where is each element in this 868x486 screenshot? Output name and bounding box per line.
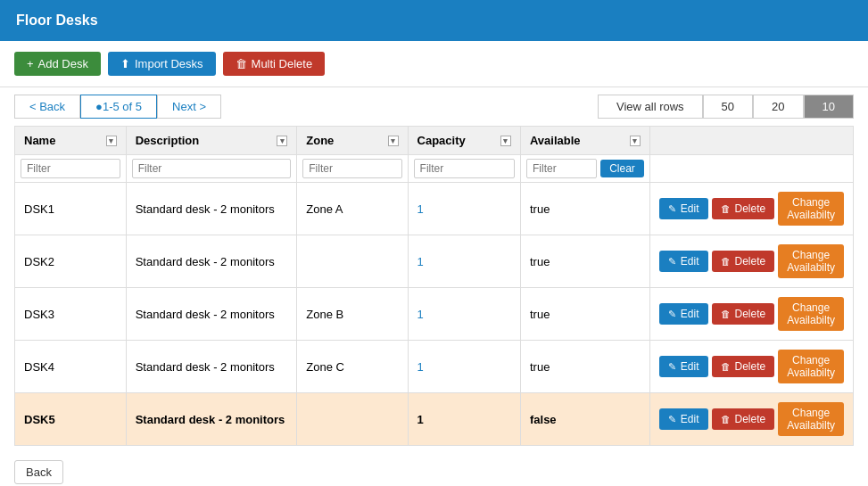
cell-description: Standard desk - 2 monitors: [126, 288, 297, 341]
filter-actions-cell: [649, 155, 853, 183]
filter-capacity-input[interactable]: [414, 159, 515, 178]
toolbar: + Add Desk ⬆ Import Desks 🗑 Multi Delete: [0, 41, 868, 87]
edit-button[interactable]: ✎ Edit: [659, 408, 708, 430]
page-header: Floor Desks: [0, 0, 868, 41]
col-zone: Zone ▾: [297, 127, 408, 155]
cell-description: Standard desk - 2 monitors: [126, 393, 297, 446]
filter-capacity-cell: [408, 155, 520, 183]
add-desk-button[interactable]: + Add Desk: [14, 52, 101, 76]
desks-table: Name ▾ Description ▾ Zone ▾: [14, 126, 854, 446]
cell-capacity: 1: [408, 288, 520, 341]
cell-actions: ✎ Edit 🗑 Delete Change Availabilty: [649, 183, 853, 235]
cell-zone: Zone A: [297, 183, 408, 235]
zone-sort-icon[interactable]: ▾: [388, 136, 399, 146]
cell-zone: Zone C: [297, 341, 408, 393]
col-capacity: Capacity ▾: [408, 127, 520, 155]
delete-button[interactable]: 🗑 Delete: [712, 356, 775, 377]
cell-actions: ✎ Edit 🗑 Delete Change Availabilty: [649, 235, 853, 288]
filter-name-input[interactable]: [21, 159, 120, 178]
change-availability-button[interactable]: Change Availabilty: [778, 297, 844, 331]
count-20-button[interactable]: 20: [753, 95, 803, 119]
capacity-sort-icon[interactable]: ▾: [500, 136, 511, 146]
trash-icon: 🗑: [721, 309, 731, 319]
edit-icon: ✎: [668, 309, 676, 320]
edit-icon: ✎: [668, 203, 676, 215]
trash-icon: 🗑: [721, 256, 731, 267]
view-all-button[interactable]: View all rows: [598, 95, 703, 119]
cell-name: DSK1: [15, 183, 127, 235]
cell-zone: Zone B: [297, 288, 408, 341]
cell-available: true: [520, 183, 649, 235]
change-availability-button[interactable]: Change Availabilty: [778, 350, 844, 383]
bottom-bar: Back: [0, 446, 868, 486]
filter-description-cell: [126, 155, 297, 183]
cell-description: Standard desk - 2 monitors: [126, 183, 297, 235]
cell-capacity: 1: [408, 393, 520, 446]
cell-name: DSK5: [15, 393, 127, 446]
table-row: DSK2 Standard desk - 2 monitors 1 true ✎…: [15, 235, 854, 288]
filter-available-input[interactable]: [526, 159, 597, 178]
col-actions: [649, 127, 853, 155]
filter-name-cell: [15, 155, 127, 183]
table-body: DSK1 Standard desk - 2 monitors Zone A 1…: [15, 183, 854, 446]
cell-available: true: [520, 341, 649, 393]
delete-button[interactable]: 🗑 Delete: [712, 303, 775, 325]
edit-icon: ✎: [668, 361, 676, 373]
edit-button[interactable]: ✎ Edit: [659, 303, 708, 325]
cell-capacity: 1: [408, 183, 520, 235]
col-available: Available ▾: [520, 127, 649, 155]
cell-available: true: [520, 288, 649, 341]
cell-description: Standard desk - 2 monitors: [126, 341, 297, 393]
cell-name: DSK4: [15, 341, 127, 393]
filter-zone-cell: [297, 155, 408, 183]
change-availability-button[interactable]: Change Availabilty: [778, 244, 844, 278]
edit-button[interactable]: ✎ Edit: [659, 198, 708, 219]
filter-description-input[interactable]: [132, 159, 292, 178]
col-name: Name ▾: [15, 127, 127, 155]
pagination-back-button[interactable]: < Back: [14, 95, 80, 119]
delete-button[interactable]: 🗑 Delete: [712, 408, 775, 430]
delete-button[interactable]: 🗑 Delete: [712, 198, 775, 219]
description-sort-icon[interactable]: ▾: [277, 136, 287, 146]
table-row: DSK3 Standard desk - 2 monitors Zone B 1…: [15, 288, 854, 341]
change-availability-button[interactable]: Change Availabilty: [778, 402, 844, 436]
edit-button[interactable]: ✎ Edit: [659, 251, 708, 272]
pagination-next-button[interactable]: Next >: [157, 95, 221, 119]
filter-zone-input[interactable]: [302, 159, 401, 178]
edit-button[interactable]: ✎ Edit: [659, 356, 708, 377]
back-button[interactable]: Back: [14, 460, 63, 484]
count-10-button[interactable]: 10: [804, 95, 854, 119]
import-desks-button[interactable]: ⬆ Import Desks: [108, 52, 216, 76]
trash-icon: 🗑: [236, 57, 247, 70]
cell-description: Standard desk - 2 monitors: [126, 235, 297, 288]
trash-icon: 🗑: [721, 203, 731, 214]
name-sort-icon[interactable]: ▾: [106, 136, 117, 146]
col-description: Description ▾: [126, 127, 297, 155]
count-50-button[interactable]: 50: [703, 95, 753, 119]
table-container: Name ▾ Description ▾ Zone ▾: [0, 126, 868, 446]
cell-name: DSK3: [15, 288, 127, 341]
change-availability-button[interactable]: Change Availabilty: [778, 192, 844, 226]
clear-filter-button[interactable]: Clear: [600, 160, 644, 177]
table-row: DSK1 Standard desk - 2 monitors Zone A 1…: [15, 183, 854, 235]
cell-capacity: 1: [408, 341, 520, 393]
table-row: DSK4 Standard desk - 2 monitors Zone C 1…: [15, 341, 854, 393]
delete-button[interactable]: 🗑 Delete: [712, 251, 775, 272]
cell-available: false: [520, 393, 649, 446]
available-sort-icon[interactable]: ▾: [630, 136, 641, 146]
cell-zone: [297, 393, 408, 446]
page-title: Floor Desks: [16, 12, 98, 28]
table-row: DSK5 Standard desk - 2 monitors 1 false …: [15, 393, 854, 446]
cell-actions: ✎ Edit 🗑 Delete Change Availabilty: [649, 288, 853, 341]
pagination-bar: < Back ●1-5 of 5 Next > View all rows 50…: [0, 87, 868, 126]
edit-icon: ✎: [668, 414, 676, 425]
pagination-nav: < Back ●1-5 of 5 Next >: [14, 95, 221, 119]
trash-icon: 🗑: [721, 361, 731, 372]
edit-icon: ✎: [668, 256, 676, 268]
filter-row: Clear: [15, 155, 854, 183]
cell-actions: ✎ Edit 🗑 Delete Change Availabilty: [649, 341, 853, 393]
multi-delete-button[interactable]: 🗑 Multi Delete: [223, 52, 326, 76]
filter-available-cell: Clear: [521, 155, 649, 182]
cell-actions: ✎ Edit 🗑 Delete Change Availabilty: [649, 393, 853, 446]
pagination-info[interactable]: ●1-5 of 5: [80, 95, 157, 119]
